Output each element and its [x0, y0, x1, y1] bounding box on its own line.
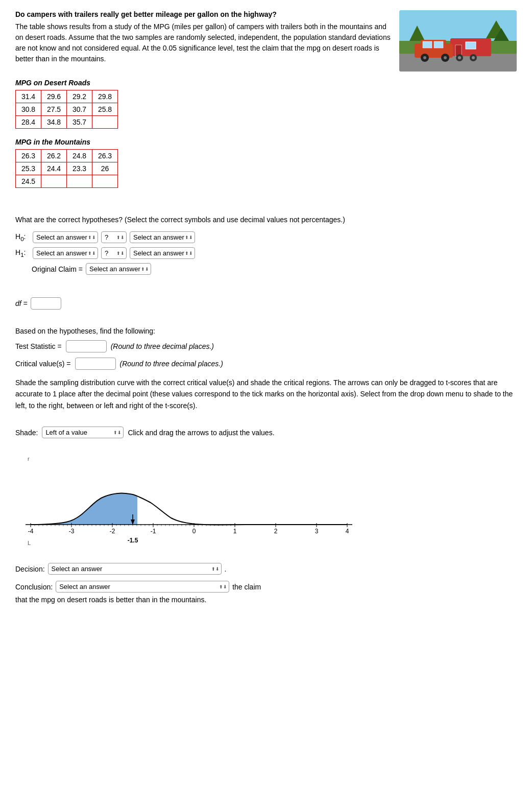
table-cell: 26.2 — [41, 150, 67, 162]
find-section-title: Based on the hypotheses, find the follow… — [15, 327, 517, 335]
desert-table-label: MPG on Desert Roads — [15, 79, 517, 87]
mountains-table-section: MPG in the Mountains 26.326.224.826.325.… — [15, 138, 517, 188]
shade-select-wrapper[interactable]: Left of a value Right of a value Between… — [42, 427, 124, 438]
h1-symbol-select[interactable]: ? = ≠ < > ≤ ≥ — [101, 247, 127, 259]
table-cell: 25.3 — [16, 162, 41, 175]
h0-symbol-wrapper[interactable]: ? = ≠ < > ≤ ≥ — [101, 231, 127, 243]
page-title: Do campers with trailers really get bett… — [15, 10, 391, 18]
table-cell: 34.8 — [41, 116, 67, 129]
original-claim-label: Original Claim = — [32, 265, 83, 273]
svg-text:0: 0 — [192, 528, 196, 535]
table-cell: 28.4 — [16, 116, 41, 129]
decision-select[interactable]: Select an answer Reject H0 Fail to Rejec… — [48, 563, 222, 575]
shade-label: Shade: — [15, 429, 38, 437]
header-section: Do campers with trailers really get bett… — [15, 10, 517, 74]
table-cell: 29.6 — [41, 90, 67, 103]
h1-row: H1: Select an answer μ1 μ2 μ1 - μ2 μd ? … — [15, 247, 517, 259]
svg-rect-16 — [423, 41, 432, 48]
table-cell: 29.8 — [92, 90, 118, 103]
table-cell: 31.4 — [16, 90, 41, 103]
critical-val-note: (Round to three decimal places.) — [120, 360, 223, 368]
svg-text:-1.5: -1.5 — [128, 537, 138, 544]
table-cell: 30.7 — [67, 103, 92, 116]
test-stat-row: Test Statistic = (Round to three decimal… — [15, 340, 517, 352]
decision-row: Decision: Select an answer Reject H0 Fai… — [15, 563, 517, 575]
hypotheses-question: What are the correct hypotheses? (Select… — [15, 215, 517, 225]
svg-text:-3: -3 — [69, 528, 75, 535]
conclusion-following-text: that the mpg on desert roads is better t… — [15, 596, 517, 604]
table-cell — [92, 116, 118, 129]
h1-label: H1: — [15, 248, 30, 258]
svg-text:-2: -2 — [110, 528, 115, 535]
table-cell — [41, 175, 67, 188]
table-cell: 30.8 — [16, 103, 41, 116]
table-cell: 23.3 — [67, 162, 92, 175]
critical-val-input[interactable] — [75, 358, 116, 370]
svg-text:3: 3 — [315, 528, 319, 535]
table-cell: 29.2 — [67, 90, 92, 103]
h1-select2-wrapper[interactable]: Select an answer 0 μ1 μ2 — [130, 247, 195, 259]
trailer-svg — [399, 10, 517, 72]
desert-table-section: MPG on Desert Roads 31.429.629.229.830.8… — [15, 79, 517, 129]
shade-row: Shade: Left of a value Right of a value … — [15, 427, 517, 438]
table-cell: 26.3 — [92, 150, 118, 162]
conclusion-suffix: the claim — [232, 583, 261, 591]
h1-select1[interactable]: Select an answer μ1 μ2 μ1 - μ2 μd — [33, 247, 98, 259]
svg-text:4: 4 — [346, 528, 349, 535]
header-text: Do campers with trailers really get bett… — [15, 10, 391, 74]
table-cell: 26.3 — [16, 150, 41, 162]
decision-period: . — [225, 565, 227, 573]
h0-select1-wrapper[interactable]: Select an answer μ1 μ2 μ1 - μ2 μd — [33, 231, 98, 243]
table-cell: 24.5 — [16, 175, 41, 188]
h0-select1[interactable]: Select an answer μ1 μ2 μ1 - μ2 μd — [33, 231, 98, 243]
test-stat-note: (Round to three decimal places.) — [111, 342, 214, 350]
h1-symbol-wrapper[interactable]: ? = ≠ < > ≤ ≥ — [101, 247, 127, 259]
table-cell: 25.8 — [92, 103, 118, 116]
table-cell: 24.4 — [41, 162, 67, 175]
table-cell: 26 — [92, 162, 118, 175]
click-drag-label: Click and drag the arrows to adjust the … — [128, 429, 274, 437]
svg-point-21 — [444, 56, 447, 59]
shade-select[interactable]: Left of a value Right of a value Between… — [42, 427, 124, 438]
trailer-image — [399, 10, 517, 72]
original-claim-select-wrapper[interactable]: Select an answer H0 H1 — [86, 263, 151, 275]
svg-point-19 — [423, 56, 426, 59]
h1-select2[interactable]: Select an answer 0 μ1 μ2 — [130, 247, 195, 259]
h0-row: H0: Select an answer μ1 μ2 μ1 - μ2 μd ? … — [15, 231, 517, 243]
svg-text:r: r — [28, 456, 30, 462]
decision-label: Decision: — [15, 565, 45, 573]
svg-text:L: L — [28, 540, 31, 546]
df-section: df = — [15, 297, 517, 310]
distribution-chart: -4 -3 -2 -1 0 1 2 3 4 — [15, 445, 362, 548]
decision-select-wrapper[interactable]: Select an answer Reject H0 Fail to Rejec… — [48, 563, 222, 575]
critical-val-row: Critical value(s) = (Round to three deci… — [15, 358, 517, 370]
df-input[interactable] — [31, 297, 61, 310]
critical-val-label: Critical value(s) = — [15, 360, 71, 368]
desert-data-table: 31.429.629.229.830.827.530.725.828.434.8… — [15, 90, 118, 129]
df-label: df = — [15, 299, 28, 308]
svg-text:-4: -4 — [28, 528, 34, 535]
table-cell — [92, 175, 118, 188]
conclusion-select-wrapper[interactable]: Select an answer There is sufficient evi… — [56, 581, 229, 593]
svg-rect-17 — [434, 41, 443, 48]
conclusion-select[interactable]: Select an answer There is sufficient evi… — [56, 581, 229, 593]
conclusion-label: Conclusion: — [15, 583, 53, 591]
svg-text:-1: -1 — [151, 528, 156, 535]
test-stat-input[interactable] — [66, 340, 107, 352]
description: The table shows results from a study of … — [15, 21, 391, 64]
svg-point-12 — [472, 56, 475, 59]
original-claim-select[interactable]: Select an answer H0 H1 — [86, 263, 151, 275]
h0-select2-wrapper[interactable]: Select an answer 0 μ1 μ2 — [130, 231, 195, 243]
h0-symbol-select[interactable]: ? = ≠ < > ≤ ≥ — [101, 231, 127, 243]
test-stat-label: Test Statistic = — [15, 342, 62, 350]
h0-select2[interactable]: Select an answer 0 μ1 μ2 — [130, 231, 195, 243]
table-cell: 27.5 — [41, 103, 67, 116]
mountains-table-label: MPG in the Mountains — [15, 138, 517, 146]
svg-point-10 — [458, 56, 461, 59]
chart-svg: -4 -3 -2 -1 0 1 2 3 4 — [15, 445, 362, 548]
svg-text:2: 2 — [274, 528, 278, 535]
mountains-data-table: 26.326.224.826.325.324.423.32624.5 — [15, 149, 118, 188]
svg-text:1: 1 — [233, 528, 237, 535]
h1-select1-wrapper[interactable]: Select an answer μ1 μ2 μ1 - μ2 μd — [33, 247, 98, 259]
table-cell: 35.7 — [67, 116, 92, 129]
